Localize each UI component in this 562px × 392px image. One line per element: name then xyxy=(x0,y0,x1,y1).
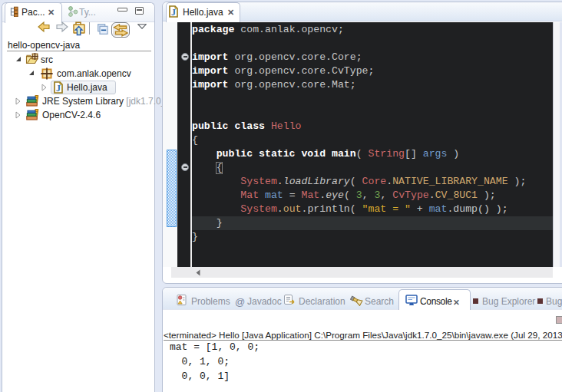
svg-text:J: J xyxy=(171,7,176,18)
svg-text:J: J xyxy=(56,83,61,94)
